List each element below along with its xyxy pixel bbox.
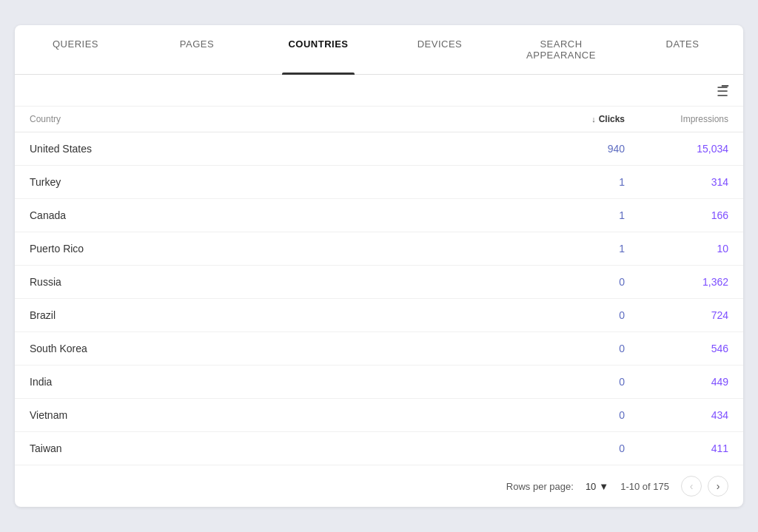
clicks-value: 1	[536, 209, 625, 221]
clicks-value: 1	[536, 243, 625, 255]
impressions-value: 166	[625, 209, 728, 221]
impressions-value: 724	[625, 309, 728, 321]
pagination-bar: Rows per page: 10 ▼ 1-10 of 175 ‹ ›	[15, 465, 743, 507]
country-name: India	[30, 376, 536, 388]
rows-per-page-select[interactable]: 10 ▼	[586, 481, 608, 492]
table-row: Taiwan 0 411	[15, 432, 743, 465]
next-page-button[interactable]: ›	[708, 476, 728, 496]
impressions-value: 1,362	[625, 276, 728, 288]
country-name: Russia	[30, 276, 536, 288]
tab-dates[interactable]: DATES	[622, 25, 743, 74]
impressions-value: 15,034	[625, 143, 728, 155]
clicks-value: 940	[536, 143, 625, 155]
impressions-value: 546	[625, 343, 728, 354]
main-card: QUERIES PAGES COUNTRIES DEVICES SEARCH A…	[15, 25, 743, 507]
chevron-down-icon: ▼	[599, 481, 608, 492]
impressions-value: 449	[625, 376, 728, 388]
sort-down-icon: ↓	[591, 115, 596, 124]
country-name: Taiwan	[30, 442, 536, 454]
clicks-value: 0	[536, 276, 625, 288]
impressions-value: 10	[625, 243, 728, 255]
tab-search-appearance[interactable]: SEARCH APPEARANCE	[500, 25, 622, 74]
table-row: Turkey 1 314	[15, 166, 743, 199]
country-name: Brazil	[30, 309, 536, 321]
impressions-value: 314	[625, 176, 728, 188]
clicks-value: 1	[536, 176, 625, 188]
impressions-value: 411	[625, 442, 728, 454]
col-header-clicks[interactable]: ↓ Clicks	[536, 114, 625, 124]
country-name: Vietnam	[30, 409, 536, 421]
clicks-value: 0	[536, 442, 625, 454]
table-row: Russia 0 1,362	[15, 266, 743, 299]
impressions-value: 434	[625, 409, 728, 421]
table-row: United States 940 15,034	[15, 132, 743, 166]
table-row: Puerto Rico 1 10	[15, 232, 743, 266]
country-name: Turkey	[30, 176, 536, 188]
prev-page-button[interactable]: ‹	[681, 476, 702, 496]
col-header-impressions: Impressions	[625, 114, 728, 124]
table-body: United States 940 15,034 Turkey 1 314 Ca…	[15, 132, 743, 465]
country-name: Canada	[30, 209, 536, 221]
clicks-value: 0	[536, 376, 625, 388]
rows-per-page-label: Rows per page:	[506, 481, 574, 492]
table-row: South Korea 0 546	[15, 332, 743, 366]
country-name: South Korea	[30, 343, 536, 354]
tab-queries[interactable]: QUERIES	[15, 25, 136, 74]
tab-devices[interactable]: DEVICES	[379, 25, 500, 74]
table-row: Canada 1 166	[15, 199, 743, 232]
table-row: India 0 449	[15, 366, 743, 399]
table-row: Brazil 0 724	[15, 299, 743, 332]
clicks-value: 0	[536, 343, 625, 354]
clicks-value: 0	[536, 409, 625, 421]
table-row: Vietnam 0 434	[15, 399, 743, 432]
tab-bar: QUERIES PAGES COUNTRIES DEVICES SEARCH A…	[15, 25, 743, 75]
tab-pages[interactable]: PAGES	[136, 25, 258, 74]
filter-icon[interactable]: ☰̅	[717, 84, 728, 100]
table-header: Country ↓ Clicks Impressions	[15, 107, 743, 132]
page-info: 1-10 of 175	[620, 481, 669, 492]
country-name: Puerto Rico	[30, 243, 536, 255]
page-nav: ‹ ›	[681, 476, 728, 496]
filter-row: ☰̅	[15, 75, 743, 107]
col-header-country: Country	[30, 114, 536, 124]
clicks-value: 0	[536, 309, 625, 321]
country-name: United States	[30, 143, 536, 155]
tab-countries[interactable]: COUNTRIES	[258, 25, 379, 74]
